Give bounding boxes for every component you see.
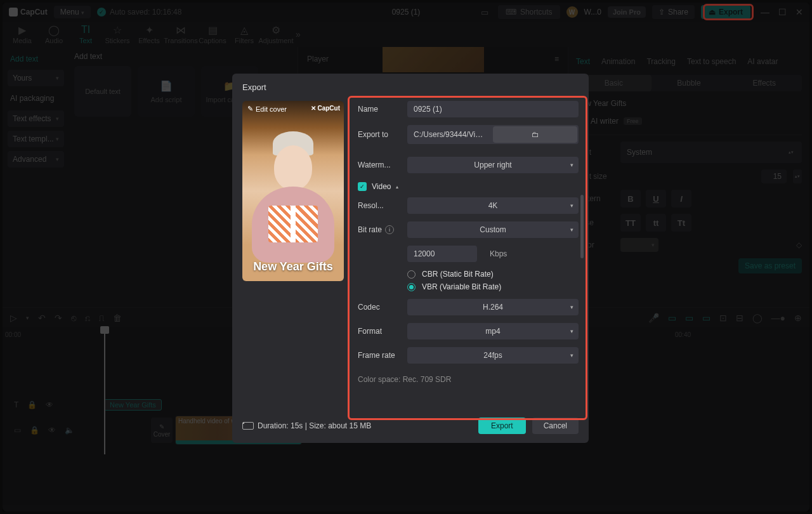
framerate-select[interactable]: 24fps▾ <box>407 347 579 364</box>
export-path: C:/Users/93444/Vide... <box>407 126 492 143</box>
edit-cover-button[interactable]: ✎ Edit cover <box>247 105 287 113</box>
dialog-title: Export <box>242 82 579 92</box>
film-icon <box>242 422 254 430</box>
cover-text: New Year Gifts <box>242 260 344 273</box>
cover-watermark: ✕ CapCut <box>311 105 340 112</box>
video-checkbox[interactable]: ✓ <box>358 182 367 191</box>
bitrate-select[interactable]: Custom▾ <box>407 221 579 238</box>
export-info: Duration: 15s | Size: about 15 MB <box>242 421 371 430</box>
codec-select[interactable]: H.264▾ <box>407 299 579 315</box>
video-section-header[interactable]: ✓ Video ▴ <box>358 182 579 191</box>
cbr-radio[interactable] <box>407 270 416 279</box>
browse-folder-button[interactable]: 🗀 <box>493 126 577 143</box>
scrollbar[interactable] <box>580 195 584 258</box>
format-select[interactable]: mp4▾ <box>407 323 579 339</box>
cancel-button[interactable]: Cancel <box>532 418 579 434</box>
color-space-label: Color space: Rec. 709 SDR <box>358 375 579 384</box>
info-icon[interactable]: i <box>385 225 394 234</box>
export-confirm-button[interactable]: Export <box>478 418 526 434</box>
name-input[interactable]: 0925 (1) <box>407 101 579 117</box>
vbr-radio[interactable] <box>407 283 416 291</box>
resolution-select[interactable]: 4K▾ <box>407 197 579 214</box>
export-dialog: Export ✎ Edit cover ✕ CapCut New Year Gi… <box>232 74 589 443</box>
bitrate-value-input[interactable]: 12000 <box>407 246 477 262</box>
cover-preview: ✎ Edit cover ✕ CapCut New Year Gifts <box>242 101 344 281</box>
watermark-select[interactable]: Upper right▾ <box>407 157 579 173</box>
